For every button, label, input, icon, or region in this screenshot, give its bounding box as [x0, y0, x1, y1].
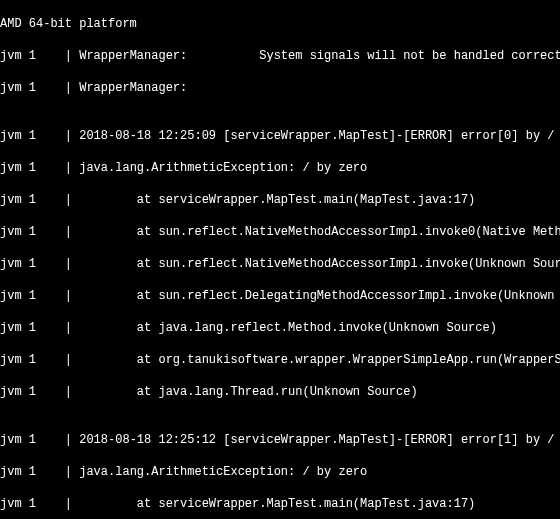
stack-line: at sun.reflect.NativeMethodAccessorImpl.… [79, 225, 560, 239]
jvm-prefix: jvm 1 | [0, 49, 79, 63]
log-line: jvm 1 | at serviceWrapper.MapTest.main(M… [0, 496, 560, 512]
log-line: jvm 1 | 2018-08-18 12:25:09 [serviceWrap… [0, 128, 560, 144]
log-line: jvm 1 | at org.tanukisoftware.wrapper.Wr… [0, 352, 560, 368]
terminal-output: AMD 64-bit platform jvm 1 | WrapperManag… [0, 0, 560, 519]
log-line: jvm 1 | at serviceWrapper.MapTest.main(M… [0, 192, 560, 208]
jvm-prefix: jvm 1 | [0, 161, 79, 175]
log-line: jvm 1 | at java.lang.Thread.run(Unknown … [0, 384, 560, 400]
jvm-prefix: jvm 1 | [0, 321, 79, 335]
exception-line: java.lang.ArithmeticException: / by zero [79, 161, 367, 175]
jvm-prefix: jvm 1 | [0, 353, 79, 367]
jvm-prefix: jvm 1 | [0, 81, 79, 95]
jvm-prefix: jvm 1 | [0, 497, 79, 511]
stack-line: at serviceWrapper.MapTest.main(MapTest.j… [79, 193, 475, 207]
platform-header: AMD 64-bit platform [0, 16, 560, 32]
jvm-prefix: jvm 1 | [0, 433, 79, 447]
exception-line: java.lang.ArithmeticException: / by zero [79, 465, 367, 479]
log-line: jvm 1 | WrapperManager: System signals w… [0, 48, 560, 64]
jvm-prefix: jvm 1 | [0, 129, 79, 143]
stack-line: at serviceWrapper.MapTest.main(MapTest.j… [79, 497, 475, 511]
wrapper-tag: WrapperManager: [79, 81, 187, 95]
log-line: jvm 1 | at sun.reflect.NativeMethodAcces… [0, 224, 560, 240]
stack-line: at sun.reflect.NativeMethodAccessorImpl.… [79, 257, 560, 271]
wrapper-msg: System signals will not be handled corre… [187, 49, 560, 63]
jvm-prefix: jvm 1 | [0, 193, 79, 207]
jvm-prefix: jvm 1 | [0, 465, 79, 479]
log-line: jvm 1 | at java.lang.reflect.Method.invo… [0, 320, 560, 336]
error-header: 2018-08-18 12:25:12 [serviceWrapper.MapT… [79, 433, 560, 447]
log-line: jvm 1 | 2018-08-18 12:25:12 [serviceWrap… [0, 432, 560, 448]
jvm-prefix: jvm 1 | [0, 289, 79, 303]
log-line: jvm 1 | at sun.reflect.NativeMethodAcces… [0, 256, 560, 272]
jvm-prefix: jvm 1 | [0, 225, 79, 239]
log-line: jvm 1 | java.lang.ArithmeticException: /… [0, 160, 560, 176]
wrapper-tag: WrapperManager: [79, 49, 187, 63]
stack-line: at java.lang.Thread.run(Unknown Source) [79, 385, 417, 399]
jvm-prefix: jvm 1 | [0, 257, 79, 271]
error-header: 2018-08-18 12:25:09 [serviceWrapper.MapT… [79, 129, 560, 143]
log-line: jvm 1 | WrapperManager: [0, 80, 560, 96]
stack-line: at java.lang.reflect.Method.invoke(Unkno… [79, 321, 497, 335]
log-line: jvm 1 | at sun.reflect.DelegatingMethodA… [0, 288, 560, 304]
stack-line: at sun.reflect.DelegatingMethodAccessorI… [79, 289, 560, 303]
log-line: jvm 1 | java.lang.ArithmeticException: /… [0, 464, 560, 480]
jvm-prefix: jvm 1 | [0, 385, 79, 399]
stack-line: at org.tanukisoftware.wrapper.WrapperSim… [79, 353, 560, 367]
